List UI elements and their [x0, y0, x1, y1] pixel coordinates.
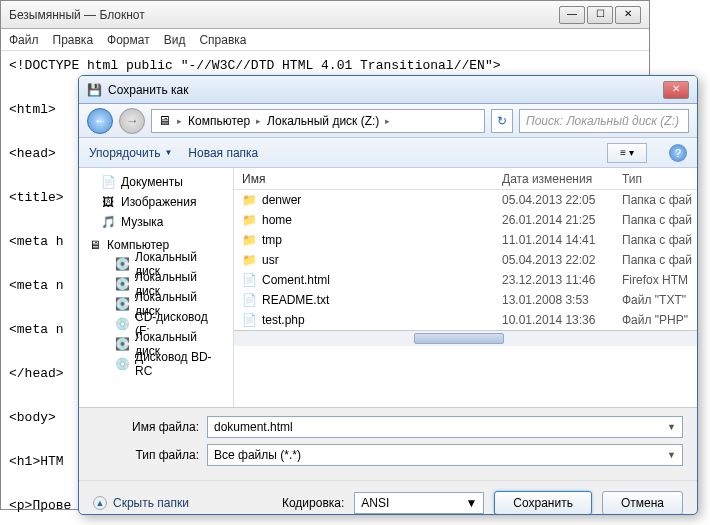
drive-icon: 💽 [115, 337, 129, 351]
notepad-title: Безымянный — Блокнот [9, 8, 559, 22]
toolbar: Упорядочить▼ Новая папка ≡ ▾ ? [79, 138, 697, 168]
hide-folders-link[interactable]: ▲ Скрыть папки [93, 496, 189, 510]
table-row[interactable]: 📄README.txt13.01.2008 3:53Файл "TXT" [234, 290, 697, 310]
computer-icon: 🖥 [89, 238, 101, 252]
sidebar-item-images[interactable]: 🖼Изображения [79, 192, 233, 212]
nav-forward-button[interactable]: → [119, 108, 145, 134]
cancel-button[interactable]: Отмена [602, 491, 683, 515]
chevron-down-icon: ▼ [164, 148, 172, 157]
filetype-label: Тип файла: [93, 448, 199, 462]
window-buttons: — ☐ ✕ [559, 6, 641, 24]
file-list-header: Имя Дата изменения Тип [234, 168, 697, 190]
col-head-name[interactable]: Имя [234, 172, 494, 186]
sidebar-item-documents[interactable]: 📄Документы [79, 172, 233, 192]
arrow-up-icon: ▲ [93, 496, 107, 510]
horizontal-scrollbar[interactable] [234, 330, 697, 346]
filename-fields: Имя файла: dokument.html ▼ Тип файла: Вс… [79, 408, 697, 480]
save-icon: 💾 [87, 83, 102, 97]
computer-icon: 🖥 [158, 113, 171, 128]
dialog-close-button[interactable]: ✕ [663, 81, 689, 99]
music-icon: 🎵 [101, 215, 115, 229]
menu-file[interactable]: Файл [9, 33, 39, 47]
refresh-button[interactable]: ↻ [491, 109, 513, 133]
cd-icon: 💿 [115, 317, 129, 331]
notepad-titlebar[interactable]: Безымянный — Блокнот — ☐ ✕ [1, 1, 649, 29]
document-icon: 📄 [101, 175, 115, 189]
help-button[interactable]: ? [669, 144, 687, 162]
col-head-type[interactable]: Тип [614, 172, 697, 186]
save-as-dialog: 💾 Сохранить как ✕ ← → 🖥 ▸ Компьютер ▸ Ло… [78, 75, 698, 515]
new-folder-button[interactable]: Новая папка [188, 146, 258, 160]
drive-icon: 💽 [115, 257, 129, 271]
chevron-icon: ▸ [385, 116, 390, 126]
chevron-icon: ▸ [177, 116, 182, 126]
chevron-down-icon[interactable]: ▼ [667, 450, 676, 460]
chevron-down-icon[interactable]: ▼ [667, 422, 676, 432]
menu-view[interactable]: Вид [164, 33, 186, 47]
table-row[interactable]: 📄Coment.html23.12.2013 11:46Firefox HTM [234, 270, 697, 290]
cd-icon: 💿 [115, 357, 129, 371]
table-row[interactable]: 📁home26.01.2014 21:25Папка с фай [234, 210, 697, 230]
sidebar: 📄Документы 🖼Изображения 🎵Музыка 🖥Компьют… [79, 168, 234, 407]
folder-icon: 📁 [242, 213, 256, 227]
main-area: 📄Документы 🖼Изображения 🎵Музыка 🖥Компьют… [79, 168, 697, 408]
menu-help[interactable]: Справка [199, 33, 246, 47]
save-button[interactable]: Сохранить [494, 491, 592, 515]
chevron-icon: ▸ [256, 116, 261, 126]
filename-label: Имя файла: [93, 420, 199, 434]
folder-icon: 📁 [242, 253, 256, 267]
dialog-bottombar: ▲ Скрыть папки Кодировка: ANSI ▼ Сохрани… [79, 480, 697, 515]
folder-icon: 📁 [242, 233, 256, 247]
file-icon: 📄 [242, 313, 256, 327]
sidebar-item-bddrive[interactable]: 💿Дисковод BD-RC [79, 354, 233, 374]
breadcrumb-seg-computer[interactable]: Компьютер [188, 114, 250, 128]
filetype-select[interactable]: Все файлы (*.*) ▼ [207, 444, 683, 466]
encoding-label: Кодировка: [282, 496, 344, 510]
chevron-down-icon[interactable]: ▼ [465, 496, 477, 510]
file-icon: 📄 [242, 293, 256, 307]
filename-input[interactable]: dokument.html ▼ [207, 416, 683, 438]
table-row[interactable]: 📁tmp11.01.2014 14:41Папка с фай [234, 230, 697, 250]
nav-bar: ← → 🖥 ▸ Компьютер ▸ Локальный диск (Z:) … [79, 104, 697, 138]
organize-button[interactable]: Упорядочить▼ [89, 146, 172, 160]
close-button[interactable]: ✕ [615, 6, 641, 24]
menu-edit[interactable]: Правка [53, 33, 94, 47]
sidebar-item-music[interactable]: 🎵Музыка [79, 212, 233, 232]
breadcrumb-seg-drive[interactable]: Локальный диск (Z:) [267, 114, 379, 128]
image-icon: 🖼 [101, 195, 115, 209]
search-input[interactable]: Поиск: Локальный диск (Z:) [519, 109, 689, 133]
maximize-button[interactable]: ☐ [587, 6, 613, 24]
minimize-button[interactable]: — [559, 6, 585, 24]
dialog-titlebar[interactable]: 💾 Сохранить как ✕ [79, 76, 697, 104]
col-head-date[interactable]: Дата изменения [494, 172, 614, 186]
table-row[interactable]: 📄test.php10.01.2014 13:36Файл "PHP" [234, 310, 697, 330]
table-row[interactable]: 📁usr05.04.2013 22:02Папка с фай [234, 250, 697, 270]
menu-format[interactable]: Формат [107, 33, 150, 47]
file-icon: 📄 [242, 273, 256, 287]
encoding-select[interactable]: ANSI ▼ [354, 492, 484, 514]
drive-icon: 💽 [115, 277, 129, 291]
nav-back-button[interactable]: ← [87, 108, 113, 134]
view-button[interactable]: ≡ ▾ [607, 143, 647, 163]
scrollbar-thumb[interactable] [414, 333, 504, 344]
dialog-title: Сохранить как [108, 83, 663, 97]
breadcrumb[interactable]: 🖥 ▸ Компьютер ▸ Локальный диск (Z:) ▸ [151, 109, 485, 133]
folder-icon: 📁 [242, 193, 256, 207]
file-list: Имя Дата изменения Тип 📁denwer05.04.2013… [234, 168, 697, 407]
notepad-menu: Файл Правка Формат Вид Справка [1, 29, 649, 51]
table-row[interactable]: 📁denwer05.04.2013 22:05Папка с фай [234, 190, 697, 210]
drive-icon: 💽 [115, 297, 129, 311]
